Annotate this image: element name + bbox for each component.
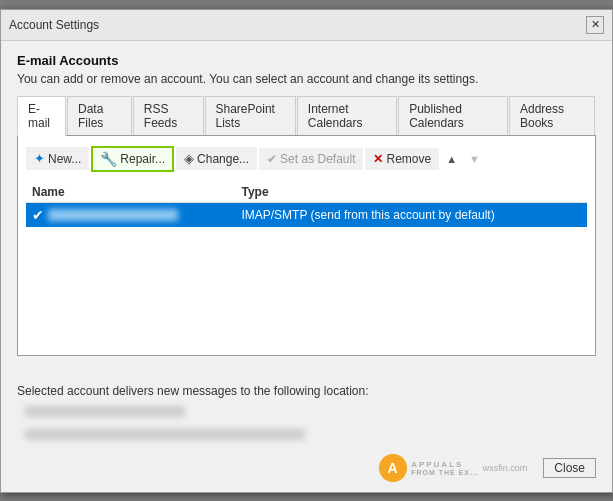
account-type-text: IMAP/SMTP (send from this account by def… [241,208,494,222]
set-default-button[interactable]: ✔ Set as Default [259,148,363,170]
bottom-bar: A APPUALS FROM THE EX... wxsfin.com Clos… [1,448,612,492]
location-text-2-blurred [25,429,305,440]
tab-internet-calendars[interactable]: Internet Calendars [297,96,397,135]
window-title: Account Settings [9,18,99,32]
logo-icon: A [379,454,407,482]
location-info [25,406,596,448]
tab-published-calendars[interactable]: Published Calendars [398,96,508,135]
section-title: E-mail Accounts [17,53,596,68]
tab-sharepoint[interactable]: SharePoint Lists [205,96,296,135]
col-name-header: Name [26,182,235,203]
section-description: You can add or remove an account. You ca… [17,72,596,86]
change-button[interactable]: ◈ Change... [176,147,257,170]
repair-icon: 🔧 [100,151,117,167]
new-label: New... [48,152,81,166]
tab-address-books[interactable]: Address Books [509,96,595,135]
toolbar: ✦ New... 🔧 Repair... ◈ Change... ✔ Set a… [26,144,587,174]
col-type-header: Type [235,182,587,203]
tab-email-content: ✦ New... 🔧 Repair... ◈ Change... ✔ Set a… [17,136,596,356]
account-name-cell: ✔ [26,202,235,227]
tab-email[interactable]: E-mail [17,96,66,136]
remove-icon: ✕ [373,152,383,166]
window-body: E-mail Accounts You can add or remove an… [1,41,612,372]
account-settings-window: Account Settings ✕ E-mail Accounts You c… [0,9,613,493]
watermark-text: APPUALS FROM THE EX... [411,460,479,476]
change-label: Change... [197,152,249,166]
location-line-2 [25,429,596,448]
delivers-label: Selected account delivers new messages t… [17,384,596,398]
location-text-1-blurred [25,406,185,417]
tab-data-files[interactable]: Data Files [67,96,132,135]
tabs-bar: E-mail Data Files RSS Feeds SharePoint L… [17,96,596,136]
close-window-button[interactable]: ✕ [586,16,604,34]
change-icon: ◈ [184,151,194,166]
default-label: Set as Default [280,152,355,166]
title-bar: Account Settings ✕ [1,10,612,41]
new-button[interactable]: ✦ New... [26,147,89,170]
location-line-1 [25,406,596,425]
bottom-section: Selected account delivers new messages t… [1,384,612,448]
repair-button[interactable]: 🔧 Repair... [91,146,174,172]
new-icon: ✦ [34,151,45,166]
account-name-blurred [48,209,178,221]
tab-rss-feeds[interactable]: RSS Feeds [133,96,204,135]
default-icon: ✔ [267,152,277,166]
remove-label: Remove [386,152,431,166]
default-account-icon: ✔ [32,207,44,223]
move-down-button[interactable]: ▼ [464,149,485,169]
move-up-button[interactable]: ▲ [441,149,462,169]
watermark-area: A APPUALS FROM THE EX... wxsfin.com [17,454,535,482]
table-row[interactable]: ✔ IMAP/SMTP (send from this account by d… [26,202,587,227]
repair-label: Repair... [120,152,165,166]
remove-button[interactable]: ✕ Remove [365,148,439,170]
watermark-site: wxsfin.com [483,463,528,473]
accounts-table: Name Type ✔ IMAP/SMTP (send from [26,182,587,227]
close-button[interactable]: Close [543,458,596,478]
watermark-logo: A APPUALS FROM THE EX... [379,454,479,482]
account-type-cell: IMAP/SMTP (send from this account by def… [235,202,587,227]
